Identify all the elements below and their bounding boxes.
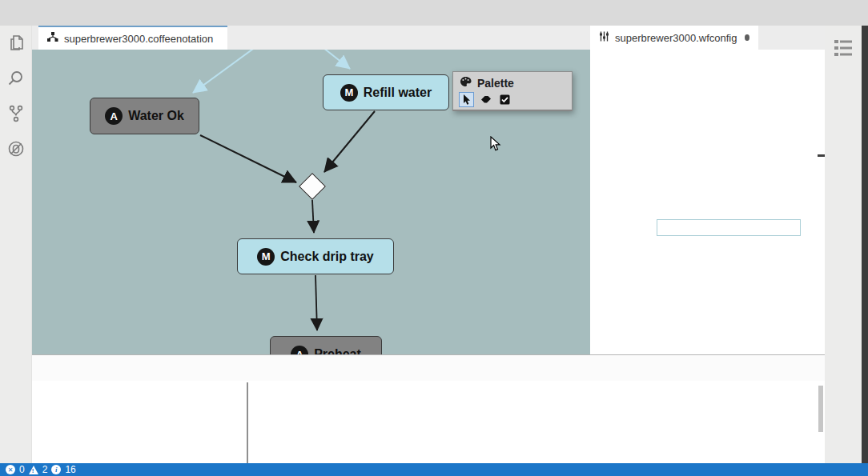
infos-count: 16 bbox=[65, 464, 75, 475]
selection-tool[interactable] bbox=[460, 93, 473, 106]
properties-form bbox=[250, 381, 820, 463]
graph-file-icon bbox=[47, 32, 58, 45]
infos-icon: i bbox=[51, 465, 61, 474]
palette-title: Palette bbox=[477, 77, 514, 90]
code-editor[interactable] bbox=[590, 50, 825, 354]
activity-bar-right bbox=[825, 26, 862, 463]
bottom-tab-bar bbox=[32, 355, 825, 381]
activity-bar-left bbox=[0, 26, 32, 463]
palette: Palette bbox=[452, 71, 573, 111]
panel-divider[interactable] bbox=[247, 382, 248, 463]
status-bar: ✕ 0 ! 2 i 16 bbox=[0, 463, 868, 476]
tab-wfconfig[interactable]: superbrewer3000.wfconfig bbox=[590, 26, 758, 50]
editor-tab-bar: superbrewer3000.coffeenotation superbrew… bbox=[32, 26, 825, 50]
automated-task-badge: A bbox=[105, 107, 123, 125]
node-water-ok[interactable]: A Water Ok bbox=[90, 98, 199, 134]
manual-task-badge: M bbox=[340, 84, 358, 102]
node-label: Check drip tray bbox=[280, 250, 373, 264]
sliders-file-icon bbox=[599, 31, 609, 44]
warnings-count: 2 bbox=[42, 464, 48, 475]
problems-summary[interactable]: ✕ 0 ! 2 i 16 bbox=[6, 464, 76, 475]
manual-task-badge: M bbox=[257, 248, 275, 266]
validation-tool[interactable] bbox=[498, 93, 512, 106]
node-label: Preheat bbox=[314, 347, 361, 354]
node-label: Water Ok bbox=[128, 109, 184, 123]
mouse-pointer bbox=[490, 136, 501, 152]
errors-icon: ✕ bbox=[6, 465, 15, 474]
right-edge-strip bbox=[862, 26, 868, 463]
errors-count: 0 bbox=[19, 464, 25, 475]
node-preheat[interactable]: A Preheat bbox=[270, 336, 382, 354]
node-check-drip-tray[interactable]: M Check drip tray bbox=[237, 238, 394, 274]
model-tree bbox=[32, 382, 247, 463]
modified-dot bbox=[745, 34, 749, 41]
warnings-icon: ! bbox=[29, 466, 38, 474]
minimap[interactable] bbox=[801, 50, 818, 186]
tab-coffeenotation[interactable]: superbrewer3000.coffeenotation bbox=[38, 26, 227, 50]
eraser-tool[interactable] bbox=[479, 93, 492, 106]
palette-icon bbox=[460, 76, 472, 90]
tab-label: superbrewer3000.coffeenotation bbox=[64, 33, 213, 45]
outline-list-icon[interactable] bbox=[825, 32, 862, 64]
node-refill-water[interactable]: M Refill water bbox=[323, 74, 449, 110]
overview-ruler-marker bbox=[818, 154, 825, 157]
source-control-icon[interactable] bbox=[0, 96, 32, 131]
node-label: Refill water bbox=[364, 86, 432, 100]
form-scrollbar[interactable] bbox=[818, 386, 823, 432]
search-icon[interactable] bbox=[0, 61, 32, 96]
tab-label: superbrewer3000.wfconfig bbox=[615, 32, 737, 44]
menubar bbox=[0, 0, 868, 26]
automated-task-badge: A bbox=[291, 346, 308, 354]
palette-header: Palette bbox=[453, 72, 572, 110]
diagram-canvas[interactable]: A Water Ok M Refill water M Check drip t… bbox=[32, 50, 590, 354]
bottom-panel bbox=[32, 354, 825, 463]
debug-icon[interactable] bbox=[0, 131, 32, 166]
files-icon[interactable] bbox=[0, 26, 32, 61]
current-line-highlight bbox=[657, 220, 800, 235]
